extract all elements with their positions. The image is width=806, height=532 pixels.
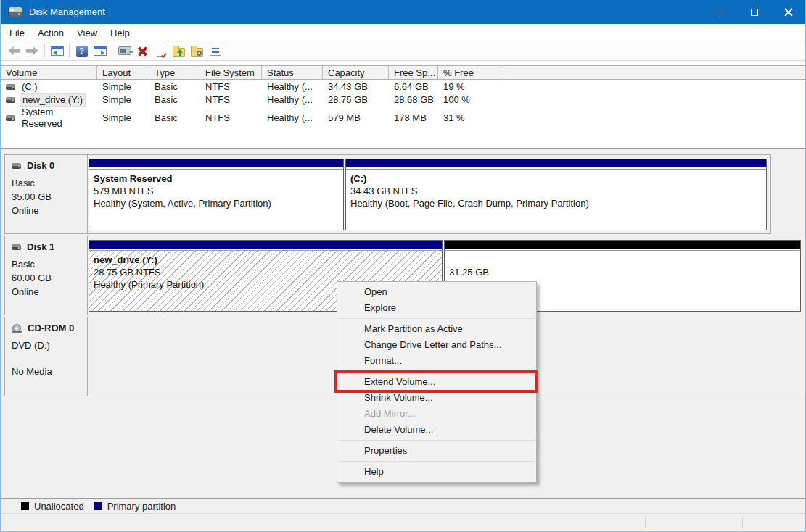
- partition-title: (C:): [350, 173, 766, 185]
- forward-button[interactable]: [23, 42, 41, 59]
- menu-view[interactable]: View: [70, 24, 104, 41]
- forward-icon: [26, 46, 38, 55]
- volume-status: Healthy (...: [262, 112, 323, 125]
- disk0-row: Disk 0 Basic 35.00 GB Online System Rese…: [4, 154, 771, 234]
- volume-free-space: 6.64 GB: [389, 80, 438, 93]
- monitor-button[interactable]: [115, 42, 133, 59]
- volume-percent-free: 19 %: [438, 80, 501, 93]
- column-header-file-system[interactable]: File System: [200, 66, 262, 79]
- volume-percent-free: 100 %: [438, 93, 501, 107]
- toolbar-separator: [44, 44, 45, 57]
- menu-file[interactable]: File: [3, 24, 31, 41]
- minimize-button[interactable]: [703, 0, 737, 24]
- volume-percent-free: 31 %: [438, 112, 501, 125]
- column-header-capacity[interactable]: Capacity: [323, 66, 389, 79]
- cdrom0-header[interactable]: CD-ROM 0 DVD (D:) No Media: [5, 317, 88, 396]
- partition-system-reserved[interactable]: System Reserved 579 MB NTFS Healthy (Sys…: [89, 159, 344, 230]
- column-header-free-space[interactable]: Free Sp...: [389, 66, 438, 79]
- disk1-header[interactable]: Disk 1 Basic 60.00 GB Online: [5, 236, 88, 315]
- volume-type: Basic: [149, 80, 200, 93]
- properties-list-button[interactable]: [206, 42, 224, 59]
- app-icon: [8, 7, 22, 17]
- maximize-icon: [751, 9, 758, 16]
- maximize-button[interactable]: [737, 0, 771, 24]
- explore-button[interactable]: [188, 42, 206, 59]
- volume-row-new-drive[interactable]: new_drive (Y:) Simple Basic NTFS Healthy…: [1, 93, 805, 107]
- volume-layout: Simple: [97, 80, 149, 93]
- extend-volume-highlight-box: [334, 370, 538, 393]
- partition-size: 31.25 GB: [449, 266, 800, 278]
- folder-search-icon: [191, 48, 203, 57]
- menu-item-add-mirror: Add Mirror...: [337, 406, 536, 422]
- menu-item-properties[interactable]: Properties: [337, 443, 536, 459]
- partition-health: Healthy (Boot, Page File, Crash Dump, Pr…: [350, 197, 766, 209]
- back-icon: [8, 46, 20, 55]
- volume-capacity: 579 MB: [323, 112, 389, 125]
- disk-size: 60.00 GB: [12, 271, 84, 285]
- close-icon: [784, 8, 793, 17]
- volume-row-system-reserved[interactable]: System Reserved Simple Basic NTFS Health…: [1, 107, 805, 120]
- column-header-layout[interactable]: Layout: [97, 66, 149, 79]
- partition-health: Healthy (System, Active, Primary Partiti…: [94, 197, 343, 209]
- open-button[interactable]: [170, 42, 188, 59]
- show-action-pane-button[interactable]: [91, 42, 109, 59]
- help-button[interactable]: ?: [73, 42, 91, 59]
- menu-separator: [338, 318, 535, 319]
- show-console-tree-button[interactable]: [48, 42, 66, 59]
- legend-unallocated-label: Unallocated: [34, 501, 84, 512]
- menu-item-explore[interactable]: Explore: [337, 300, 536, 316]
- menu-help[interactable]: Help: [104, 24, 136, 41]
- menu-item-help[interactable]: Help: [337, 464, 536, 480]
- help-icon: ?: [76, 46, 88, 57]
- column-header-percent-free[interactable]: % Free: [438, 66, 501, 79]
- checklist-icon: [210, 46, 221, 56]
- volume-type: Basic: [149, 112, 200, 125]
- folder-up-icon: [173, 48, 185, 57]
- menu-item-open[interactable]: Open: [337, 284, 536, 300]
- volume-name: (C:): [20, 81, 40, 93]
- legend-primary-partition-label: Primary partition: [107, 501, 176, 512]
- console-tree-icon: [51, 46, 64, 56]
- primary-partition-swatch: [94, 502, 102, 510]
- volume-status: Healthy (...: [262, 80, 323, 93]
- status-separator: [742, 517, 743, 528]
- column-header-type[interactable]: Type: [149, 66, 200, 79]
- menu-bar: File Action View Help: [1, 24, 805, 41]
- minimize-icon: [716, 12, 724, 12]
- volume-free-space: 28.68 GB: [389, 93, 438, 107]
- volume-free-space: 178 MB: [389, 112, 438, 125]
- partition-size: 34.43 GB NTFS: [350, 185, 766, 197]
- toolbar-separator: [112, 44, 112, 57]
- disk-name: Disk 1: [27, 241, 54, 252]
- partition-title: [449, 254, 800, 266]
- column-header-status[interactable]: Status: [262, 66, 323, 79]
- menu-item-format[interactable]: Format...: [337, 353, 536, 369]
- partition-size: 579 MB NTFS: [94, 185, 343, 197]
- menu-item-change-drive-letter[interactable]: Change Drive Letter and Paths...: [337, 337, 536, 353]
- close-button[interactable]: [771, 0, 805, 24]
- legend-bar: Unallocated Primary partition: [1, 498, 805, 513]
- partition-size: 28.75 GB NTFS: [94, 266, 442, 278]
- disk-kind: Basic: [12, 257, 84, 271]
- volume-layout: Simple: [97, 93, 149, 107]
- menu-separator: [338, 461, 535, 462]
- validate-button[interactable]: [152, 42, 170, 59]
- column-header-volume[interactable]: Volume: [1, 66, 97, 79]
- drive-icon: [6, 97, 15, 103]
- volume-row-c[interactable]: (C:) Simple Basic NTFS Healthy (... 34.4…: [1, 80, 805, 93]
- volume-file-system: NTFS: [200, 93, 262, 107]
- status-bar: [1, 513, 805, 531]
- title-bar: Disk Management: [1, 0, 805, 24]
- check-document-icon: [157, 46, 165, 57]
- disk-state: Online: [12, 204, 84, 217]
- delete-button[interactable]: [133, 42, 152, 59]
- partition-c[interactable]: (C:) 34.43 GB NTFS Healthy (Boot, Page F…: [345, 159, 767, 230]
- volume-capacity: 34.43 GB: [323, 80, 389, 93]
- volume-file-system: NTFS: [200, 112, 262, 125]
- disk0-header[interactable]: Disk 0 Basic 35.00 GB Online: [5, 155, 88, 233]
- menu-item-delete-volume[interactable]: Delete Volume...: [337, 422, 536, 438]
- volume-layout: Simple: [97, 112, 149, 125]
- menu-item-mark-partition-active[interactable]: Mark Partition as Active: [337, 321, 536, 337]
- back-button[interactable]: [5, 42, 23, 59]
- menu-action[interactable]: Action: [31, 24, 70, 41]
